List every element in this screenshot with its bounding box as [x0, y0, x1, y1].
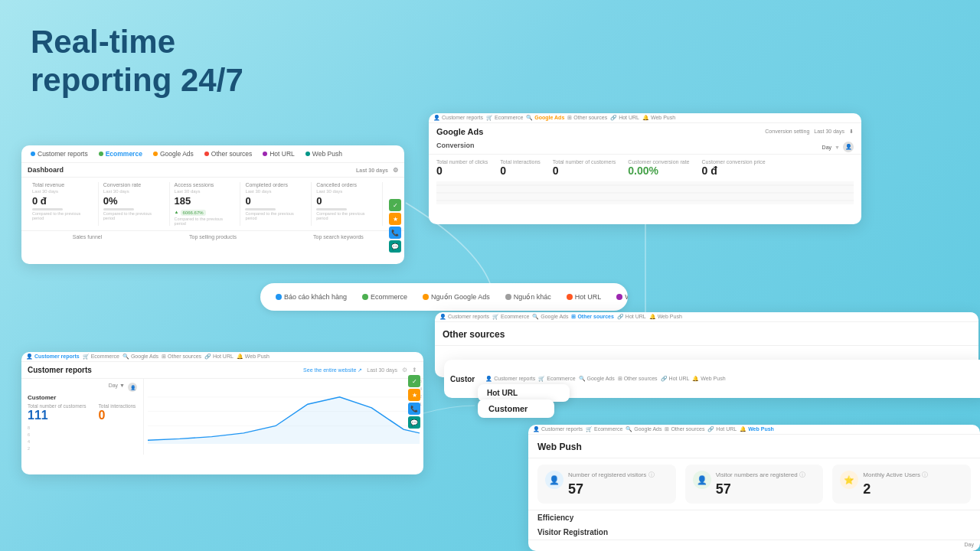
action-btn-green[interactable]: ✓ — [389, 199, 401, 211]
tab-ecommerce[interactable]: Ecommerce — [94, 148, 147, 160]
customer-reports-card: 👤 Customer reports 🛒 Ecommerce 🔍 Google … — [21, 352, 423, 474]
ga-tab-web-push[interactable]: 🔔 Web Push — [642, 115, 675, 121]
metric-completed-orders: Completed orders Last 30 days 0 Compared… — [240, 182, 312, 226]
ga-metric-conversion-rate: Customer conversion rate 0.00% — [628, 159, 689, 177]
ga-metric-interactions: Total interactions 0 — [500, 159, 541, 177]
tab-other-sources[interactable]: Other sources — [200, 148, 256, 160]
wp-nav-other[interactable]: ⊞ Other sources — [665, 426, 704, 432]
custor-nav-google[interactable]: 🔍 Google Ads — [579, 376, 615, 382]
os-nav-customer[interactable]: 👤 Customer reports — [439, 314, 489, 320]
cr-expand-icon[interactable]: ⬆ — [412, 367, 417, 373]
cr-settings-icon[interactable]: ⚙ — [402, 367, 407, 373]
ga-tab-customer[interactable]: 👤 Customer reports — [433, 115, 483, 121]
wp-date-label: Day — [528, 540, 980, 549]
os-nav-google[interactable]: 🔍 Google Ads — [532, 314, 568, 320]
metric-total-revenue: Total revenue Last 30 days 0 đ Compared … — [28, 182, 99, 226]
wp-header: Web Push — [528, 435, 980, 458]
ga-tab-google-ads[interactable]: 🔍 Google Ads — [526, 115, 564, 121]
ga-chart — [436, 181, 854, 204]
cr-btn-blue[interactable]: 📞 — [408, 403, 420, 415]
dashboard-bottom-links: Sales funnel Top selling products Top se… — [21, 230, 404, 243]
action-btn-blue[interactable]: 📞 — [389, 227, 401, 239]
navbar-tab-other-sources[interactable]: Nguồn khác — [499, 290, 557, 304]
wp-nav-push[interactable]: 🔔 Web Push — [740, 426, 774, 432]
navbar-tab-google-ads[interactable]: Nguồn Google Ads — [416, 290, 496, 304]
ga-metric-conversion-price: Customer conversion price 0 đ — [701, 159, 765, 177]
visitor-reg-icon: 👤 — [693, 471, 711, 489]
os-nav-ecommerce[interactable]: 🛒 Ecommerce — [492, 314, 529, 320]
cr-btn-green[interactable]: ✓ — [408, 375, 420, 387]
download-icon[interactable]: ⬇ — [849, 129, 854, 135]
top-products-link[interactable]: Top selling products — [153, 234, 273, 240]
cr-btn-orange[interactable]: ★ — [408, 389, 420, 401]
ga-tab-hot-url[interactable]: 🔗 Hot URL — [610, 115, 639, 121]
cr-nav-ecommerce[interactable]: 🛒 Ecommerce — [83, 354, 119, 360]
dashboard-card: Customer reports Ecommerce Google Ads Ot… — [21, 145, 404, 264]
os-nav-push[interactable]: 🔔 Web Push — [649, 314, 682, 320]
mau-icon: ⭐ — [840, 471, 858, 489]
ga-metric-customers: Total number of customers 0 — [553, 159, 616, 177]
dashboard-metrics: Total revenue Last 30 days 0 đ Compared … — [21, 178, 404, 230]
sales-funnel-link[interactable]: Sales funnel — [28, 234, 147, 240]
conversion-setting-btn[interactable]: Conversion setting — [765, 129, 809, 135]
custor-nav-customer[interactable]: 👤 Customer reports — [485, 376, 535, 382]
date-range-selector[interactable]: Last 30 days — [814, 129, 844, 135]
navbar-tabs-container: Báo cáo khách hàng Ecommerce Nguồn Googl… — [260, 283, 628, 311]
tab-customer-reports[interactable]: Customer reports — [26, 148, 93, 160]
hero-title: Real-time reporting 24/7 — [31, 23, 243, 100]
action-btn-orange[interactable]: ★ — [389, 213, 401, 225]
custor-nav-hot[interactable]: 🔗 Hot URL — [661, 376, 690, 382]
wp-metric-mau: ⭐ Monthly Active Users ⓘ 2 — [832, 465, 971, 504]
web-push-card: 👤 Customer reports 🛒 Ecommerce 🔍 Google … — [528, 425, 980, 551]
wp-nav-hot[interactable]: 🔗 Hot URL — [707, 426, 737, 432]
cr-nav-other[interactable]: ⊞ Other sources — [162, 354, 201, 360]
wp-metric-registered: 👤 Number of registered visitors ⓘ 57 — [537, 465, 676, 504]
wp-visitor-reg-section: Visitor Registration — [528, 525, 980, 540]
top-search-link[interactable]: Top search keywords — [279, 234, 398, 240]
navbar-tab-web-push[interactable]: Web Push — [610, 290, 628, 304]
action-btn-teal[interactable]: 💬 — [389, 240, 401, 253]
tab-google-ads[interactable]: Google Ads — [149, 148, 198, 160]
cr-left-panel: Day ▼ 👤 Customer Total number of custome… — [21, 379, 144, 455]
wp-nav-customer[interactable]: 👤 Customer reports — [533, 426, 583, 432]
os-nav-other[interactable]: ⊞ Other sources — [571, 314, 613, 320]
custor-nav-push[interactable]: 🔔 Web Push — [692, 376, 725, 382]
navbar-tab-ecommerce[interactable]: Ecommerce — [356, 290, 413, 304]
cr-action-buttons: ✓ ★ 📞 💬 — [408, 375, 420, 429]
custor-nav-other[interactable]: ⊞ Other sources — [618, 376, 658, 382]
google-ads-card: 👤 Customer reports 🛒 Ecommerce 🔍 Google … — [429, 113, 861, 224]
custor-nav-ecommerce[interactable]: 🛒 Ecommerce — [538, 376, 575, 382]
cr-btn-teal[interactable]: 💬 — [408, 416, 420, 429]
cr-nav-customer[interactable]: 👤 Customer reports — [26, 354, 80, 360]
cr-metrics: Total number of customers 111 Total inte… — [28, 403, 137, 422]
hero-section: Real-time reporting 24/7 — [31, 23, 243, 100]
cr-metric-customers: Total number of customers 111 — [28, 403, 87, 422]
wp-efficiency-section: Efficiency — [528, 510, 980, 525]
os-nav-hot[interactable]: 🔗 Hot URL — [617, 314, 646, 320]
cr-header: Customer reports See the entire website … — [21, 362, 423, 379]
cr-nav-push[interactable]: 🔔 Web Push — [237, 354, 270, 360]
ga-tab-ecommerce[interactable]: 🛒 Ecommerce — [486, 115, 523, 121]
navbar-tab-hot-url[interactable]: Hot URL — [560, 290, 608, 304]
customer-label: Customer — [478, 399, 554, 418]
tab-web-push[interactable]: Web Push — [301, 148, 347, 160]
day-selector[interactable]: Day — [822, 145, 831, 150]
os-header: Other sources — [435, 322, 978, 346]
see-all-link[interactable]: See the entire website ↗ — [303, 367, 362, 373]
cr-nav-hot[interactable]: 🔗 Hot URL — [204, 354, 234, 360]
cr-date-range[interactable]: Last 30 days — [367, 367, 397, 373]
settings-icon[interactable]: ⚙ — [393, 167, 398, 174]
wp-nav-ecommerce[interactable]: 🛒 Ecommerce — [586, 426, 622, 432]
navbar-tab-customer[interactable]: Báo cáo khách hàng — [270, 290, 353, 304]
cr-nav-google[interactable]: 🔍 Google Ads — [122, 354, 158, 360]
ga-metrics-row: Total number of clicks 0 Total interacti… — [429, 155, 861, 181]
cr-avatar: 👤 — [128, 383, 137, 392]
ga-tab-other[interactable]: ⊞ Other sources — [567, 115, 607, 121]
cr-metric-interactions: Total interactions 0 — [99, 403, 136, 422]
wp-nav-google[interactable]: 🔍 Google Ads — [626, 426, 662, 432]
wp-metrics-row: 👤 Number of registered visitors ⓘ 57 👤 V… — [528, 458, 980, 510]
cr-day-selector[interactable]: Day ▼ — [109, 383, 125, 392]
ga-avatar: 👤 — [843, 142, 854, 152]
tab-hot-url[interactable]: Hot URL — [258, 148, 299, 160]
wp-metric-visitor-reg: 👤 Visitor numbers are registered ⓘ 57 — [685, 465, 824, 504]
